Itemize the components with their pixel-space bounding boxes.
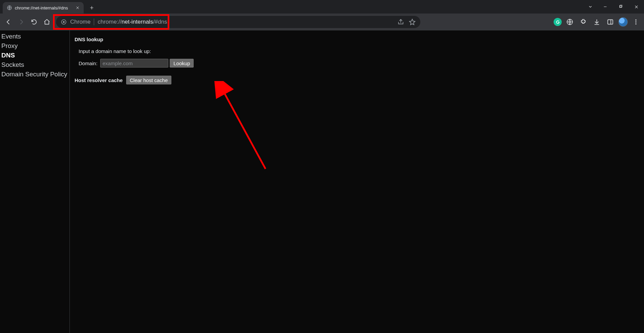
profile-avatar[interactable] xyxy=(618,17,628,27)
svg-point-9 xyxy=(635,23,636,24)
extension-globe-icon[interactable] xyxy=(564,17,575,27)
annotation-arrow xyxy=(141,81,282,176)
sidebar-item-events[interactable]: Events xyxy=(0,32,69,41)
page: Events Proxy DNS Sockets Domain Security… xyxy=(0,30,644,333)
sidebar-item-dns[interactable]: DNS xyxy=(0,51,69,60)
chrome-icon xyxy=(61,19,67,25)
extensions-button[interactable] xyxy=(578,17,589,27)
close-window-button[interactable] xyxy=(628,0,644,14)
downloads-button[interactable] xyxy=(591,17,602,27)
menu-button[interactable] xyxy=(631,17,641,27)
extension-grammarly-icon[interactable] xyxy=(554,18,562,26)
dns-prompt: Input a domain name to look up: xyxy=(79,48,639,54)
url-chip: Chrome xyxy=(70,19,94,25)
close-icon[interactable] xyxy=(75,5,80,10)
globe-icon xyxy=(7,5,12,10)
window-controls xyxy=(585,0,644,14)
svg-point-7 xyxy=(635,19,636,20)
svg-point-4 xyxy=(63,21,64,23)
sidebar-item-proxy[interactable]: Proxy xyxy=(0,41,69,51)
maximize-button[interactable] xyxy=(613,0,628,14)
minimize-button[interactable] xyxy=(597,0,613,14)
host-resolver-cache-label: Host resolver cache xyxy=(75,77,123,83)
side-panel-button[interactable] xyxy=(605,17,616,27)
browser-tab[interactable]: chrome://net-internals/#dns xyxy=(3,2,84,14)
share-icon[interactable] xyxy=(397,19,404,25)
sidebar: Events Proxy DNS Sockets Domain Security… xyxy=(0,30,70,333)
address-bar[interactable]: Chrome chrome://net-internals/#dns xyxy=(56,16,420,28)
bookmark-icon[interactable] xyxy=(409,19,416,25)
clear-host-cache-button[interactable]: Clear host cache xyxy=(126,76,172,84)
lookup-button[interactable]: Lookup xyxy=(170,59,194,68)
content: DNS lookup Input a domain name to look u… xyxy=(70,30,644,333)
tab-title: chrome://net-internals/#dns xyxy=(15,5,72,10)
new-tab-button[interactable] xyxy=(87,3,96,12)
domain-input[interactable] xyxy=(100,59,168,68)
url-text: chrome://net-internals/#dns xyxy=(97,19,167,25)
sidebar-item-sockets[interactable]: Sockets xyxy=(0,60,69,70)
svg-line-10 xyxy=(223,91,265,169)
forward-button[interactable] xyxy=(16,16,27,28)
tab-search-button[interactable] xyxy=(585,0,596,14)
svg-rect-2 xyxy=(620,5,622,7)
dns-lookup-heading: DNS lookup xyxy=(75,36,639,42)
svg-point-8 xyxy=(635,21,636,22)
domain-label: Domain: xyxy=(79,60,97,66)
browser-titlebar: chrome://net-internals/#dns xyxy=(0,0,644,14)
toolbar-right xyxy=(554,17,641,27)
home-button[interactable] xyxy=(41,16,53,28)
reload-button[interactable] xyxy=(28,16,40,28)
browser-toolbar: Chrome chrome://net-internals/#dns xyxy=(0,14,644,30)
svg-rect-1 xyxy=(620,6,622,8)
sidebar-item-domain-security-policy[interactable]: Domain Security Policy xyxy=(0,70,69,79)
svg-rect-6 xyxy=(608,20,613,24)
back-button[interactable] xyxy=(3,16,14,28)
